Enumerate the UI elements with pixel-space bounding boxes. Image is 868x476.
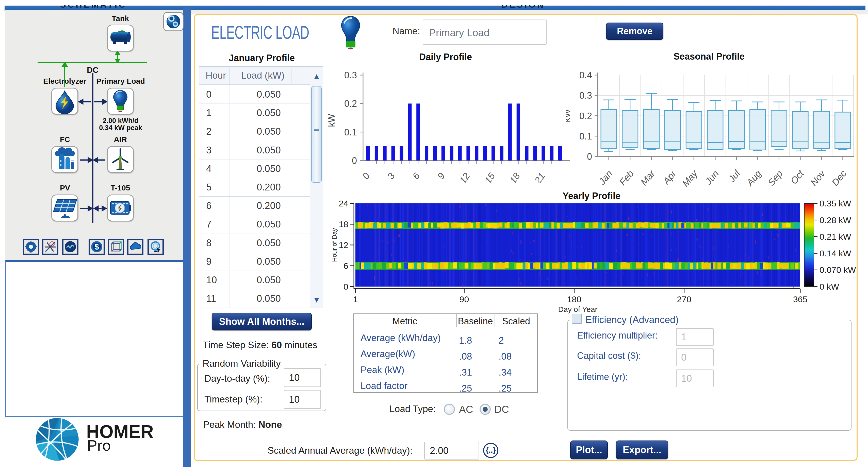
svg-text:Jan: Jan <box>597 168 614 187</box>
svg-text:0.3: 0.3 <box>579 90 592 101</box>
svg-text:18: 18 <box>507 171 522 182</box>
svg-text:Apr: Apr <box>660 168 679 186</box>
svg-text:Day of Year: Day of Year <box>558 305 597 313</box>
svg-text:kW: kW <box>566 109 572 122</box>
svg-text:0.14 kW: 0.14 kW <box>819 248 851 258</box>
svg-text:Nov: Nov <box>808 168 827 188</box>
svg-text:Feb: Feb <box>617 168 636 188</box>
svg-text:180: 180 <box>567 295 581 304</box>
svg-text:90: 90 <box>459 295 469 304</box>
svg-text:0.28 kW: 0.28 kW <box>819 215 851 225</box>
svg-text:6: 6 <box>343 261 348 271</box>
svg-text:18: 18 <box>339 219 348 229</box>
svg-text:0.070 kW: 0.070 kW <box>819 265 856 275</box>
svg-text:12: 12 <box>458 171 472 182</box>
svg-text:$: $ <box>94 242 99 251</box>
svg-text:0: 0 <box>352 156 357 166</box>
svg-text:21: 21 <box>532 171 547 182</box>
svg-text:Sep: Sep <box>766 168 785 188</box>
svg-text:0.1: 0.1 <box>344 127 357 137</box>
svg-text:6: 6 <box>410 171 422 181</box>
svg-text:24: 24 <box>339 199 348 208</box>
svg-text:1: 1 <box>353 295 358 304</box>
svg-text:May: May <box>680 168 700 189</box>
svg-text:Aug: Aug <box>744 168 764 188</box>
svg-text:Jun: Jun <box>703 168 721 187</box>
svg-text:3: 3 <box>385 171 397 181</box>
svg-text:9: 9 <box>435 171 447 181</box>
svg-text:Hour of Day: Hour of Day <box>331 228 338 262</box>
svg-text:0.2: 0.2 <box>579 111 592 121</box>
svg-text:Jul: Jul <box>726 168 742 184</box>
svg-text:Dec: Dec <box>830 168 848 188</box>
svg-text:0: 0 <box>343 282 348 292</box>
svg-text:0.4: 0.4 <box>579 70 592 80</box>
svg-text:0.3: 0.3 <box>344 70 357 80</box>
svg-text:0.1: 0.1 <box>579 131 592 141</box>
svg-text:0: 0 <box>587 151 592 162</box>
svg-text:0.35 kW: 0.35 kW <box>819 199 851 208</box>
svg-text:15: 15 <box>483 171 497 182</box>
svg-text:Mar: Mar <box>639 168 657 188</box>
svg-text:Oct: Oct <box>788 168 806 186</box>
svg-text:270: 270 <box>677 295 691 304</box>
svg-text:0.2: 0.2 <box>344 98 357 109</box>
svg-text:12: 12 <box>339 240 348 250</box>
svg-text:0: 0 <box>360 171 372 181</box>
svg-text:kW: kW <box>328 114 337 127</box>
svg-text:0 kW: 0 kW <box>819 282 839 292</box>
svg-text:0.21 kW: 0.21 kW <box>819 232 851 241</box>
